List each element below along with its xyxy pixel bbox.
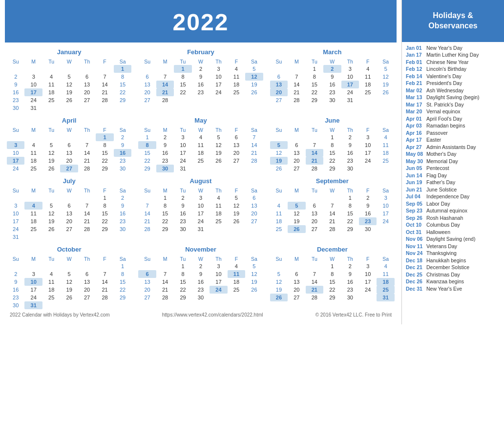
calendar-day: 15 xyxy=(114,278,132,286)
calendar-day: 29 xyxy=(323,165,341,172)
holiday-name: Valentine's Day xyxy=(426,73,462,79)
holiday-name: Easter xyxy=(426,137,441,143)
calendar-day: 30 xyxy=(341,165,359,172)
calendar-day: 14 xyxy=(78,149,96,157)
holiday-date: Nov 06 xyxy=(406,236,426,242)
calendar-day: 15 xyxy=(96,149,113,157)
holiday-date: Oct 10 xyxy=(406,222,426,228)
calendar-day: 22 xyxy=(156,217,174,225)
calendar-day: 23 xyxy=(359,217,377,225)
calendar-day: 31 xyxy=(7,233,24,241)
calendar-day: 25 xyxy=(42,96,60,104)
holiday-name: St. Patrick's Day xyxy=(426,102,464,107)
calendar-day: 11 xyxy=(377,270,395,278)
calendar-day: 25 xyxy=(42,294,60,301)
holiday-item: Dec 26Kwanzaa begins xyxy=(406,278,501,284)
calendar-day: 10 xyxy=(210,270,227,278)
calendar-day: 7 xyxy=(156,73,174,81)
calendar-day: 8 xyxy=(114,73,132,81)
calendar-day: 28 xyxy=(96,96,113,104)
weekday-header: M xyxy=(156,58,174,65)
holiday-date: Apr 27 xyxy=(406,144,426,150)
calendar-day: 9 xyxy=(114,141,132,149)
calendar-day: 17 xyxy=(174,149,191,157)
weekday-header: Tu xyxy=(174,58,191,65)
weekday-header: Tu xyxy=(42,58,60,65)
weekday-header: F xyxy=(359,127,377,133)
holiday-date: Jun 05 xyxy=(406,165,426,171)
calendar-day: 9 xyxy=(114,202,132,210)
calendar-day xyxy=(228,225,245,233)
weekday-header: F xyxy=(359,58,377,65)
calendar-day: 16 xyxy=(7,88,24,96)
weekday-header: W xyxy=(192,255,210,262)
calendar-day: 28 xyxy=(306,294,323,301)
holiday-item: Apr 16Passover xyxy=(406,130,501,136)
calendar-day: 17 xyxy=(7,217,24,225)
calendar-day: 16 xyxy=(341,149,359,157)
calendar-day: 8 xyxy=(306,73,323,81)
calendar-table: SuMTuWThFSa12345678910111213141516171819… xyxy=(138,187,263,233)
calendar-day: 15 xyxy=(138,149,156,157)
holiday-item: Jun 21June Solstice xyxy=(406,187,501,192)
calendar-day: 7 xyxy=(156,270,174,278)
calendar-day: 31 xyxy=(377,294,395,301)
calendar-day xyxy=(78,133,96,141)
calendar-day: 2 xyxy=(192,65,210,73)
holiday-name: Daylight Saving (end) xyxy=(426,236,475,242)
holiday-name: Flag Day xyxy=(426,172,447,178)
holiday-date: Nov 24 xyxy=(406,250,426,256)
calendar-day xyxy=(24,233,42,241)
calendar-day: 20 xyxy=(306,217,323,225)
calendar-day: 19 xyxy=(210,149,227,157)
calendar-day: 31 xyxy=(24,301,42,309)
calendar-day xyxy=(228,294,245,301)
calendar-day: 28 xyxy=(245,157,263,165)
calendar-day: 18 xyxy=(228,278,245,286)
calendar-table: SuMTuWThFSa12345678910111213141516171819… xyxy=(270,127,395,172)
calendar-day xyxy=(306,262,323,270)
weekday-header: Su xyxy=(138,255,156,262)
calendar-day xyxy=(210,225,227,233)
calendar-day: 18 xyxy=(24,217,42,225)
calendar-day xyxy=(270,262,288,270)
calendar-day: 22 xyxy=(138,157,156,165)
calendar-day: 10 xyxy=(7,149,24,157)
calendar-day: 16 xyxy=(114,149,132,157)
calendar-day: 3 xyxy=(174,133,191,141)
calendar-day: 24 xyxy=(210,286,227,294)
holiday-name: New Year's Eve xyxy=(426,286,462,292)
month-title: February xyxy=(138,47,263,57)
calendar-day: 5 xyxy=(245,65,263,73)
calendar-day: 29 xyxy=(174,294,191,301)
calendar-day: 5 xyxy=(210,133,227,141)
calendar-day: 29 xyxy=(96,165,113,172)
calendar-day: 28 xyxy=(288,96,305,104)
calendar-day: 19 xyxy=(288,217,305,225)
calendar-day xyxy=(114,233,132,241)
calendar-day: 28 xyxy=(156,294,174,301)
calendar-day: 13 xyxy=(60,210,78,217)
calendar-day: 12 xyxy=(270,149,288,157)
weekday-header: Tu xyxy=(174,255,191,262)
calendar-day: 21 xyxy=(323,217,341,225)
calendar-day: 24 xyxy=(377,217,395,225)
holiday-name: Hanukkah begins xyxy=(426,257,466,263)
calendar-day: 6 xyxy=(138,73,156,81)
calendar-day: 11 xyxy=(359,73,377,81)
calendar-day: 9 xyxy=(192,270,210,278)
calendar-day: 23 xyxy=(156,157,174,165)
calendar-day: 24 xyxy=(192,217,210,225)
calendar-day: 14 xyxy=(306,278,323,286)
holiday-name: Ramadan begins xyxy=(426,123,465,128)
calendar-day: 15 xyxy=(96,210,113,217)
calendar-day: 7 xyxy=(245,133,263,141)
calendar-day: 16 xyxy=(114,210,132,217)
calendar-day xyxy=(7,133,24,141)
calendar-day: 6 xyxy=(138,270,156,278)
calendar-day: 2 xyxy=(156,133,174,141)
calendar-day: 6 xyxy=(288,141,305,149)
calendar-day: 26 xyxy=(228,217,245,225)
calendar-day: 27 xyxy=(270,96,288,104)
calendar-day: 10 xyxy=(210,73,227,81)
